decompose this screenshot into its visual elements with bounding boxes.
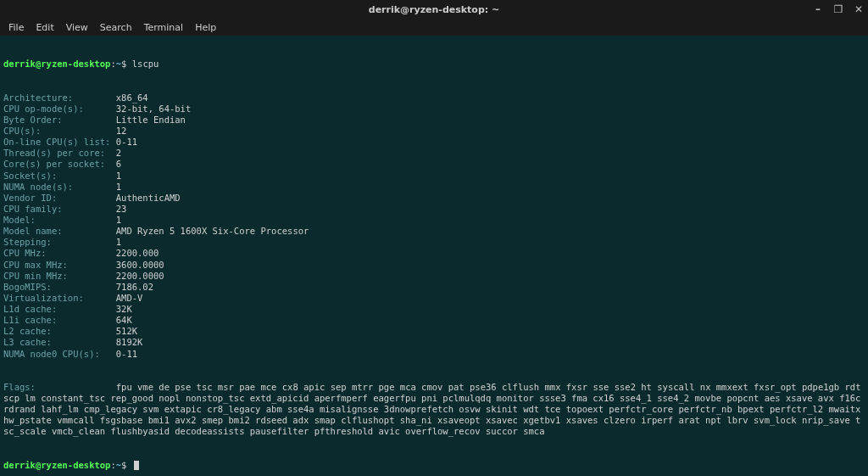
menu-search[interactable]: Search	[95, 20, 137, 35]
minimize-button[interactable]: –	[812, 3, 824, 15]
lscpu-row: CPU max MHz: 3600.0000	[3, 260, 865, 271]
lscpu-label: L1d cache:	[3, 304, 116, 315]
lscpu-value: 12	[116, 126, 127, 136]
lscpu-row: L3 cache: 8192K	[3, 337, 865, 348]
maximize-button[interactable]: ❐	[832, 3, 844, 15]
menubar: File Edit View Search Terminal Help	[0, 19, 868, 36]
lscpu-value: 8192K	[116, 337, 143, 347]
window-title: derrik@ryzen-desktop: ~	[369, 4, 499, 15]
titlebar: derrik@ryzen-desktop: ~ – ❐ ✕	[0, 0, 868, 19]
prompt-symbol: $	[121, 59, 126, 69]
lscpu-value: 1	[116, 237, 121, 247]
lscpu-value: 512K	[116, 326, 137, 336]
lscpu-label: Model name:	[3, 226, 116, 237]
lscpu-label: NUMA node(s):	[3, 182, 116, 193]
lscpu-value: Little Endian	[116, 115, 186, 125]
lscpu-label: Stepping:	[3, 237, 116, 248]
lscpu-label: Byte Order:	[3, 115, 116, 126]
lscpu-row: NUMA node0 CPU(s): 0-11	[3, 349, 865, 360]
lscpu-label: Socket(s):	[3, 171, 116, 182]
lscpu-value: x86_64	[116, 92, 148, 103]
flags-value: fpu vme de pse tsc msr pae mce cx8 apic …	[3, 382, 866, 437]
lscpu-label: L2 cache:	[3, 326, 116, 337]
lscpu-label: BogoMIPS:	[3, 282, 116, 293]
lscpu-row: CPU(s): 12	[3, 126, 865, 137]
lscpu-label: Virtualization:	[3, 293, 116, 304]
lscpu-value: 64K	[116, 315, 132, 325]
menu-file[interactable]: File	[3, 20, 29, 35]
flags-label: Flags:	[3, 382, 116, 393]
menu-terminal[interactable]: Terminal	[139, 20, 189, 35]
lscpu-row: Socket(s): 1	[3, 171, 865, 182]
lscpu-value: 1	[116, 182, 121, 192]
lscpu-row: Thread(s) per core: 2	[3, 148, 865, 159]
lscpu-label: Vendor ID:	[3, 193, 116, 204]
lscpu-row: Vendor ID: AuthenticAMD	[3, 193, 865, 204]
lscpu-label: CPU(s):	[3, 126, 116, 137]
menu-help[interactable]: Help	[190, 20, 221, 35]
lscpu-row: Virtualization: AMD-V	[3, 293, 865, 304]
lscpu-row: Byte Order: Little Endian	[3, 115, 865, 126]
lscpu-row: Model name: AMD Ryzen 5 1600X Six-Core P…	[3, 226, 865, 237]
lscpu-value: 1	[116, 215, 121, 225]
lscpu-value: 3600.0000	[116, 260, 164, 270]
lscpu-row: Core(s) per socket: 6	[3, 159, 865, 170]
lscpu-value: 0-11	[116, 137, 137, 147]
lscpu-value: 7186.02	[116, 282, 153, 292]
prompt-line-1: derrik@ryzen-desktop:~$ lscpu	[3, 59, 865, 70]
lscpu-value: 6	[116, 159, 121, 169]
lscpu-label: Architecture:	[3, 92, 116, 104]
lscpu-label: NUMA node0 CPU(s):	[3, 349, 116, 360]
lscpu-value: 2200.0000	[116, 271, 164, 281]
lscpu-row: NUMA node(s): 1	[3, 182, 865, 193]
lscpu-row: CPU MHz: 2200.000	[3, 248, 865, 259]
lscpu-value: 1	[116, 171, 121, 181]
command-text: lscpu	[132, 59, 159, 69]
lscpu-row: L1i cache: 64K	[3, 315, 865, 326]
lscpu-label: CPU min MHz:	[3, 271, 116, 282]
lscpu-row: L2 cache: 512K	[3, 326, 865, 337]
lscpu-row: CPU op-mode(s): 32-bit, 64-bit	[3, 104, 865, 115]
lscpu-row: BogoMIPS: 7186.02	[3, 282, 865, 293]
close-button[interactable]: ✕	[853, 3, 865, 15]
lscpu-value: 32K	[116, 304, 132, 314]
lscpu-value: AMD-V	[116, 293, 143, 303]
prompt-line-2: derrik@ryzen-desktop:~$	[3, 460, 865, 471]
prompt-user-host: derrik@ryzen-desktop	[3, 460, 110, 470]
lscpu-flags-row: Flags: fpu vme de pse tsc msr pae mce cx…	[3, 382, 865, 438]
lscpu-value: 2200.000	[116, 248, 159, 258]
cursor	[134, 461, 139, 470]
menu-edit[interactable]: Edit	[31, 20, 58, 35]
lscpu-label: CPU max MHz:	[3, 260, 116, 271]
lscpu-label: On-line CPU(s) list:	[3, 137, 116, 148]
lscpu-row: L1d cache: 32K	[3, 304, 865, 315]
lscpu-output: Architecture: x86_64CPU op-mode(s): 32-b…	[3, 92, 865, 360]
lscpu-row: Model: 1	[3, 215, 865, 226]
window-controls: – ❐ ✕	[812, 3, 865, 15]
lscpu-row: Architecture: x86_64	[3, 92, 865, 104]
lscpu-value: 0-11	[116, 349, 137, 359]
lscpu-label: CPU op-mode(s):	[3, 104, 116, 115]
lscpu-value: AMD Ryzen 5 1600X Six-Core Processor	[116, 226, 309, 236]
lscpu-row: On-line CPU(s) list: 0-11	[3, 137, 865, 148]
lscpu-label: Core(s) per socket:	[3, 159, 116, 170]
lscpu-label: CPU family:	[3, 204, 116, 215]
terminal-area[interactable]: derrik@ryzen-desktop:~$ lscpu Architectu…	[0, 36, 868, 476]
lscpu-row: CPU family: 23	[3, 204, 865, 215]
lscpu-label: L1i cache:	[3, 315, 116, 326]
lscpu-value: 23	[116, 204, 127, 214]
lscpu-value: 2	[116, 148, 121, 158]
lscpu-value: 32-bit, 64-bit	[116, 104, 192, 114]
lscpu-label: Thread(s) per core:	[3, 148, 116, 159]
prompt-user-host: derrik@ryzen-desktop	[3, 59, 110, 69]
lscpu-label: CPU MHz:	[3, 248, 116, 259]
menu-view[interactable]: View	[61, 20, 93, 35]
lscpu-label: L3 cache:	[3, 337, 116, 348]
lscpu-label: Model:	[3, 215, 116, 226]
lscpu-value: AuthenticAMD	[116, 193, 181, 203]
prompt-symbol: $	[121, 460, 126, 470]
lscpu-row: Stepping: 1	[3, 237, 865, 248]
lscpu-row: CPU min MHz: 2200.0000	[3, 271, 865, 282]
